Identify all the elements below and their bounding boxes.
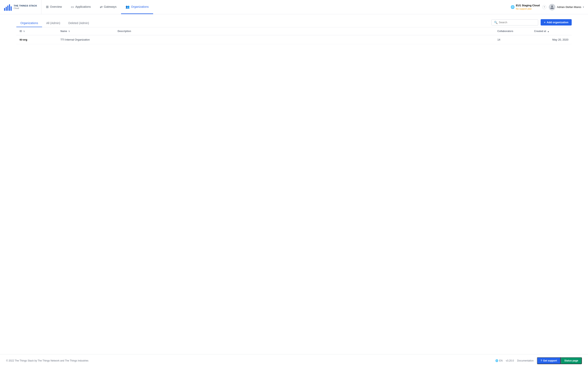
user-section[interactable]: Adrian-Stefan Mares ▾ bbox=[549, 4, 584, 10]
logo-icon bbox=[4, 3, 12, 11]
tab-deleted-admin-label: Deleted (Admin) bbox=[68, 21, 89, 25]
col-name-sort-icon: ⇅ bbox=[68, 30, 70, 33]
col-header-collaborators: Collaborators bbox=[494, 27, 531, 35]
org-description-cell bbox=[114, 35, 494, 44]
org-collaborators-cell: 14 bbox=[494, 35, 531, 44]
globe-icon: 🌐 bbox=[511, 5, 515, 9]
gateways-icon: ⇄ bbox=[100, 5, 103, 9]
footer-support-group: ? Get support Status page bbox=[537, 357, 582, 364]
nav-label-gateways: Gateways bbox=[104, 5, 117, 8]
tab-organizations[interactable]: Organizations bbox=[16, 19, 42, 27]
col-id-label: ID bbox=[20, 30, 22, 33]
chevron-down-icon: ▾ bbox=[583, 6, 584, 8]
org-name-cell: TTI Internal Organization bbox=[57, 35, 114, 44]
applications-icon: ▭ bbox=[71, 5, 74, 9]
brand-subtitle: Cloud bbox=[14, 7, 37, 9]
table-header: ID ⇅ Name ⇅ Description Collaborators Cr bbox=[16, 27, 572, 35]
help-button[interactable]: ? bbox=[542, 5, 546, 9]
col-name-label: Name bbox=[61, 30, 67, 33]
nav-item-organizations[interactable]: 👥 Organizations bbox=[121, 0, 153, 14]
support-icon: ? bbox=[541, 359, 542, 362]
org-created-at-value: May 20, 2020 bbox=[552, 38, 568, 41]
org-collaborators-value: 14 bbox=[497, 38, 500, 41]
logo-section: THE THINGS STACK Cloud bbox=[4, 0, 42, 14]
search-input[interactable] bbox=[499, 21, 536, 24]
status-page-button[interactable]: Status page bbox=[561, 357, 582, 364]
search-box: 🔍 bbox=[492, 19, 538, 25]
org-created-at-cell: May 20, 2020 bbox=[531, 35, 572, 44]
tab-deleted-admin[interactable]: Deleted (Admin) bbox=[64, 19, 93, 27]
tabs-actions: 🔍 + Add organization bbox=[492, 19, 572, 27]
col-id-sort-icon: ⇅ bbox=[23, 30, 25, 33]
col-collaborators-label: Collaborators bbox=[497, 30, 513, 33]
nav-item-applications[interactable]: ▭ Applications bbox=[66, 0, 95, 14]
org-name-value: TTI Internal Organization bbox=[61, 38, 90, 41]
organizations-icon: 👥 bbox=[126, 5, 130, 9]
help-icon-label: ? bbox=[544, 6, 545, 8]
region-name: EU1 Staging Cloud bbox=[516, 4, 540, 7]
user-avatar-icon bbox=[550, 5, 554, 9]
tab-all-admin[interactable]: All (Admin) bbox=[42, 19, 64, 27]
footer-right: 🌐 EN v3.20.0 Documentation ? Get support… bbox=[495, 357, 582, 364]
brand-name: THE THINGS STACK bbox=[14, 4, 37, 7]
nav-label-applications: Applications bbox=[75, 5, 91, 8]
username: Adrian-Stefan Mares bbox=[557, 6, 581, 8]
main-content: Organizations All (Admin) Deleted (Admin… bbox=[0, 14, 588, 354]
avatar bbox=[549, 4, 555, 10]
table-body: tti-org TTI Internal Organization 14 May… bbox=[16, 35, 572, 44]
status-page-label: Status page bbox=[564, 359, 578, 362]
overview-icon: ⊞ bbox=[46, 5, 49, 9]
nav-label-overview: Overview bbox=[50, 5, 62, 8]
region-badge: 🌐 EU1 Staging Cloud No support plan bbox=[511, 4, 540, 10]
col-header-id[interactable]: ID ⇅ bbox=[16, 27, 57, 35]
footer-version: v3.20.0 bbox=[506, 359, 514, 362]
header: THE THINGS STACK Cloud ⊞ Overview ▭ Appl… bbox=[0, 0, 588, 14]
organizations-table-container: ID ⇅ Name ⇅ Description Collaborators Cr bbox=[16, 27, 572, 44]
nav-item-overview[interactable]: ⊞ Overview bbox=[42, 0, 66, 14]
footer-language[interactable]: 🌐 EN bbox=[495, 359, 503, 362]
org-id-value: tti-org bbox=[20, 38, 27, 41]
add-organization-button[interactable]: + Add organization bbox=[541, 19, 572, 25]
language-label: EN bbox=[499, 359, 503, 362]
header-right: 🌐 EU1 Staging Cloud No support plan ? Ad… bbox=[511, 4, 584, 10]
tab-all-admin-label: All (Admin) bbox=[46, 21, 60, 25]
globe-footer-icon: 🌐 bbox=[495, 359, 498, 362]
col-description-label: Description bbox=[118, 30, 131, 33]
main-nav: ⊞ Overview ▭ Applications ⇄ Gateways 👥 O… bbox=[42, 0, 511, 14]
logo-text: THE THINGS STACK Cloud bbox=[14, 4, 37, 9]
tabs-row: Organizations All (Admin) Deleted (Admin… bbox=[16, 19, 572, 27]
footer-documentation-link[interactable]: Documentation bbox=[517, 359, 534, 362]
get-support-button[interactable]: ? Get support bbox=[537, 357, 561, 364]
add-organization-label: Add organization bbox=[547, 21, 568, 24]
region-info: EU1 Staging Cloud No support plan bbox=[516, 4, 540, 10]
footer-copyright: © 2022 The Things Stack by The Things Ne… bbox=[6, 359, 88, 362]
support-plan[interactable]: No support plan bbox=[516, 7, 540, 10]
col-created-at-label: Created at bbox=[534, 30, 546, 33]
organizations-table: ID ⇅ Name ⇅ Description Collaborators Cr bbox=[16, 27, 572, 44]
nav-label-organizations: Organizations bbox=[131, 5, 149, 8]
table-row[interactable]: tti-org TTI Internal Organization 14 May… bbox=[16, 35, 572, 44]
tab-organizations-label: Organizations bbox=[20, 21, 38, 25]
col-created-sort-icon: ▲ bbox=[547, 30, 549, 33]
org-id-cell: tti-org bbox=[16, 35, 57, 44]
footer: © 2022 The Things Stack by The Things Ne… bbox=[0, 354, 588, 367]
col-header-created-at[interactable]: Created at ▲ bbox=[531, 27, 572, 35]
col-header-description: Description bbox=[114, 27, 494, 35]
nav-item-gateways[interactable]: ⇄ Gateways bbox=[95, 0, 121, 14]
plus-icon: + bbox=[544, 21, 545, 24]
search-icon: 🔍 bbox=[494, 21, 498, 24]
tabs: Organizations All (Admin) Deleted (Admin… bbox=[16, 19, 492, 27]
col-header-name[interactable]: Name ⇅ bbox=[57, 27, 114, 35]
get-support-label: Get support bbox=[543, 359, 557, 362]
